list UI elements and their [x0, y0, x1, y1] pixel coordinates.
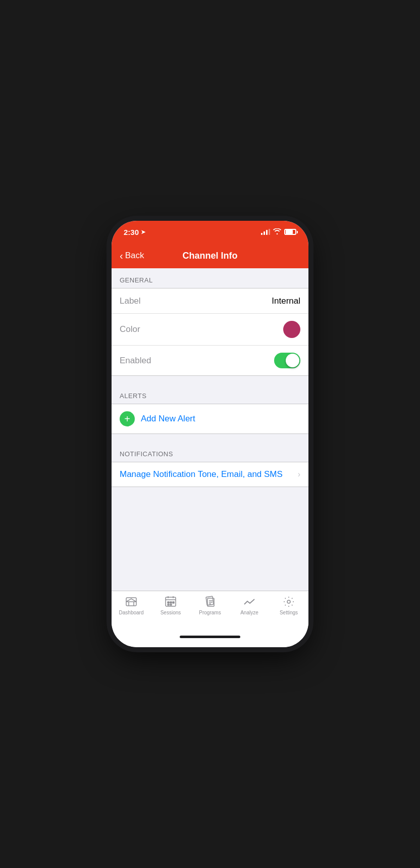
notifications-header-label: NOTIFICATIONS: [112, 442, 308, 462]
enabled-toggle[interactable]: [274, 353, 300, 368]
back-button[interactable]: ‹ Back: [120, 251, 144, 261]
svg-rect-7: [170, 602, 172, 603]
svg-rect-9: [168, 604, 169, 605]
analyze-icon: [243, 595, 256, 608]
enabled-label: Enabled: [120, 356, 151, 366]
general-header-label: GENERAL: [112, 268, 308, 288]
status-bar: 2:30 ➤: [112, 221, 308, 243]
settings-icon: [282, 595, 295, 608]
home-indicator-area: [112, 633, 308, 647]
tab-analyze-label: Analyze: [240, 610, 258, 615]
alerts-section-body: + Add New Alert: [112, 404, 308, 434]
tab-sessions-label: Sessions: [161, 610, 181, 615]
spacer-1: [112, 376, 308, 384]
add-alert-label: Add New Alert: [141, 414, 195, 424]
home-indicator: [180, 636, 240, 638]
notifications-section-header: NOTIFICATIONS: [112, 442, 308, 462]
time-display: 2:30: [124, 228, 139, 236]
alerts-header-label: ALERTS: [112, 384, 308, 404]
manage-notifications-label: Manage Notification Tone, Email, and SMS: [120, 469, 283, 479]
label-row: Label Internal: [112, 288, 308, 314]
nav-bar: ‹ Back Channel Info: [112, 243, 308, 268]
tab-programs-label: Programs: [199, 610, 221, 615]
svg-rect-8: [173, 602, 174, 603]
manage-notifications-row[interactable]: Manage Notification Tone, Email, and SMS…: [112, 462, 308, 487]
programs-icon: [203, 595, 217, 608]
alerts-section-header: ALERTS: [112, 384, 308, 404]
svg-rect-6: [168, 602, 169, 603]
svg-point-16: [287, 600, 290, 603]
chevron-right-icon: ›: [298, 470, 300, 479]
back-chevron-icon: ‹: [120, 251, 123, 261]
general-section-body: Label Internal Color Enabled: [112, 288, 308, 376]
color-field-label: Color: [120, 324, 140, 334]
wifi-icon: [273, 228, 281, 236]
back-label: Back: [125, 251, 144, 261]
tab-sessions[interactable]: Sessions: [151, 595, 190, 615]
color-row[interactable]: Color: [112, 314, 308, 346]
toggle-knob: [286, 354, 299, 367]
enabled-row: Enabled: [112, 346, 308, 375]
tab-dashboard[interactable]: Dashboard: [112, 595, 151, 615]
tab-analyze[interactable]: Analyze: [230, 595, 269, 615]
dashboard-icon: [125, 595, 138, 608]
general-section-header: GENERAL: [112, 268, 308, 288]
tab-programs[interactable]: Programs: [190, 595, 230, 615]
empty-space: [112, 487, 308, 588]
phone-frame: 2:30 ➤ ‹ Back Channel Info: [112, 221, 308, 647]
tab-dashboard-label: Dashboard: [119, 610, 144, 615]
sessions-icon: [164, 595, 177, 608]
svg-rect-10: [170, 604, 172, 605]
page-title: Channel Info: [183, 251, 238, 261]
notifications-section-body: Manage Notification Tone, Email, and SMS…: [112, 462, 308, 487]
status-icons: [261, 228, 296, 236]
spacer-2: [112, 434, 308, 442]
status-time: 2:30 ➤: [124, 228, 145, 236]
signal-icon: [261, 229, 270, 235]
tab-bar: Dashboard Sessions: [112, 591, 308, 633]
tab-settings[interactable]: Settings: [269, 595, 308, 615]
add-alert-circle-icon: +: [120, 411, 135, 426]
tab-settings-label: Settings: [280, 610, 298, 615]
content-area: GENERAL Label Internal Color Enabled: [112, 268, 308, 591]
location-arrow-icon: ➤: [141, 229, 145, 235]
label-field-label: Label: [120, 296, 141, 306]
label-field-value[interactable]: Internal: [272, 296, 300, 306]
add-alert-row[interactable]: + Add New Alert: [112, 404, 308, 433]
color-swatch[interactable]: [283, 321, 300, 338]
battery-icon: [284, 229, 296, 235]
